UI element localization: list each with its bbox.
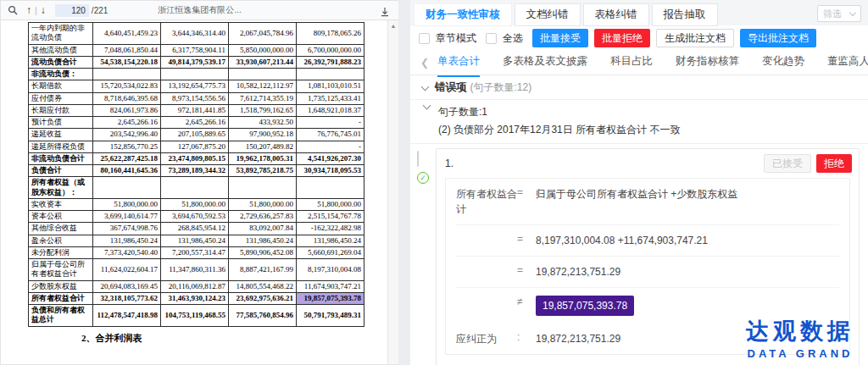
table-row: 其他流动负债7,048,061,850.446,317,758,904.115,… <box>29 44 364 56</box>
table-row: 实收资本51,800,000.0051,800,000.0051,800,000… <box>29 198 364 210</box>
subtabs-scroll-left-icon[interactable]: ❮ <box>420 57 429 69</box>
card-gutter: ✓ <box>417 148 436 365</box>
filter-dropdown[interactable]: 筛选 <box>817 5 861 22</box>
value-cell: 14,805,554,468.22 <box>229 280 297 292</box>
value-cell: 51,800,000.00 <box>161 198 229 210</box>
chevron-down-icon <box>849 8 856 15</box>
value-cell: 80,160,441,645.36 <box>93 165 161 177</box>
reject-button[interactable]: 拒绝 <box>816 154 852 173</box>
tab-2[interactable]: 表格纠错 <box>583 3 649 26</box>
document-scrollbar[interactable]: ▲ <box>387 20 398 364</box>
subtabs-bar: ❮ 单表合计多表格及表文披露科目占比财务指标核算变化趋势董监高人员变动披露 <box>410 51 868 75</box>
formula-expression: 19,872,213,751.29 <box>536 264 620 279</box>
value-cell: 19,962,178,005.31 <box>229 152 297 164</box>
value-cell: 20,116,069,812.87 <box>161 280 229 292</box>
value-cell: 367,674,998.76 <box>93 223 161 235</box>
page-total-label: /221 <box>92 6 108 15</box>
scroll-up-icon[interactable]: ▲ <box>388 20 398 29</box>
value-cell: 32,318,105,773.62 <box>93 292 161 304</box>
chevron-down-icon <box>423 102 431 110</box>
value-cell: 1,518,799,162.65 <box>229 104 297 116</box>
correction-label: 应纠正为 <box>456 331 517 346</box>
download-icon[interactable] <box>380 5 390 20</box>
value-cell: 131,986,450.24 <box>229 235 297 246</box>
value-cell: 1,735,125,433.41 <box>297 92 364 104</box>
error-card-region: ✓ 1. 已接受 拒绝 所有者权益合计=归属于母公司所有者权益合计 +少数股东权… <box>410 143 868 365</box>
accepted-button[interactable]: 已接受 <box>764 154 811 173</box>
row-label: 其他流动负债 <box>29 44 93 56</box>
generate-annotated-doc-button[interactable]: 生成批注文档 <box>656 29 734 47</box>
value-cell: 8,197,310,004.08 <box>297 259 364 281</box>
value-cell: 51,800,000.00 <box>297 198 364 210</box>
row-label: 非流动负债合计 <box>29 152 93 164</box>
value-cell: 150,207,489.82 <box>229 141 297 152</box>
table-row: 负债和所有者权益总计112,478,547,418.98104,753,119,… <box>29 305 364 327</box>
review-panel: 财务一致性审核文档纠错表格纠错报告抽取 筛选 章节模式 全选 批量接受 批量拒绝… <box>410 0 868 365</box>
error-detail-card: 1. 已接受 拒绝 所有者权益合计=归属于母公司所有者权益合计 +少数股东权益=… <box>436 148 860 365</box>
value-cell: 7,048,061,850.44 <box>93 44 161 56</box>
value-cell: 20,694,083,169.45 <box>93 280 161 292</box>
card-header: 1. 已接受 拒绝 <box>437 149 859 176</box>
value-cell: 152,856,770.25 <box>93 141 161 152</box>
viewer-toolbar: ↑ | ↓ /221 浙江恒逸集团有限公... <box>1 1 398 20</box>
error-section-count: (句子数量:12) <box>470 80 532 95</box>
chevron-down-icon <box>421 82 430 91</box>
row-label: 盈余公积 <box>29 235 93 246</box>
value-cell: 8,887,421,167.99 <box>229 259 297 281</box>
error-group-header[interactable]: 句子数量:1 (2) 负债部分 2017年12月31日 所有者权益合计 不一致 <box>410 99 868 143</box>
value-cell: 7,373,420,540.40 <box>93 246 161 258</box>
subtab-4[interactable]: 变化趋势 <box>762 49 804 77</box>
value-cell: 131,986,450.24 <box>93 235 161 246</box>
zoom-search-icon[interactable] <box>8 5 18 15</box>
tab-3[interactable]: 报告抽取 <box>652 3 718 26</box>
formula-operator: = <box>517 233 536 245</box>
export-annotated-doc-button[interactable]: 导出批注文档 <box>740 29 816 47</box>
value-cell: 4,541,926,207.30 <box>297 152 364 164</box>
row-label: 长期借款 <box>29 80 93 92</box>
correction-value: 19,872,213,751.29 <box>536 331 620 346</box>
formula-row: =19,872,213,751.29 <box>456 257 839 288</box>
batch-accept-button[interactable]: 批量接受 <box>532 29 588 47</box>
table-row: 长期借款15,720,534,022.8313,192,654,775.7310… <box>29 80 364 92</box>
page-down-icon[interactable]: ↓ <box>41 4 46 16</box>
select-all-checkbox[interactable] <box>486 33 497 44</box>
value-cell: -162,322,482.98 <box>297 223 364 235</box>
tab-0[interactable]: 财务一致性审核 <box>414 3 512 26</box>
formula-operator: ≠ <box>517 296 536 307</box>
subtab-0[interactable]: 单表合计 <box>437 49 480 77</box>
formula-row: =8,197,310,004.08 +11,674,903,747.21 <box>456 225 839 257</box>
highlighted-cell: 19,857,075,393.78 <box>297 292 364 304</box>
value-cell: 54,538,154,220.18 <box>93 56 161 68</box>
chapter-mode-checkbox[interactable] <box>419 33 430 44</box>
mismatch-value-badge: 19,857,075,393.78 <box>536 296 634 316</box>
value-cell <box>161 69 229 80</box>
table-row: 递延所得税负债152,856,770.25127,067,875.20150,2… <box>29 141 364 152</box>
value-cell: 824,061,973.86 <box>93 104 161 116</box>
error-section-header[interactable]: 错误项 (句子数量:12) <box>410 75 868 99</box>
batch-reject-button[interactable]: 批量拒绝 <box>594 29 650 47</box>
subtab-2[interactable]: 科目占比 <box>610 49 653 77</box>
formula-row: 所有者权益合计=归属于母公司所有者权益合计 +少数股东权益 <box>456 179 839 225</box>
item-checkbox[interactable] <box>417 151 419 167</box>
main-tabs-bar: 财务一致性审核文档纠错表格纠错报告抽取 筛选 <box>410 0 868 25</box>
page-number-input[interactable] <box>55 4 89 17</box>
subtab-5[interactable]: 董监高人员 <box>827 49 868 77</box>
table-row: 长期应付款824,061,973.86972,181,441.851,518,7… <box>29 104 364 116</box>
value-cell: 5,850,000,000.00 <box>229 44 297 56</box>
page-up-icon[interactable]: ↑ <box>26 4 31 16</box>
value-cell <box>161 177 229 199</box>
subtab-1[interactable]: 多表格及表文披露 <box>503 49 587 77</box>
value-cell: 3,694,670,592.53 <box>161 211 229 223</box>
value-cell: - <box>297 117 364 129</box>
row-label: 其他综合收益 <box>29 223 93 235</box>
row-label: 长期应付款 <box>29 104 93 116</box>
tab-1[interactable]: 文档纠错 <box>515 3 581 26</box>
value-cell: 8,973,154,556.56 <box>161 92 229 104</box>
value-cell: 6,317,758,904.11 <box>161 44 229 56</box>
value-cell: 15,720,534,022.83 <box>93 80 161 92</box>
value-cell: 33,930,607,213.44 <box>229 56 297 68</box>
subtab-3[interactable]: 财务指标核算 <box>676 49 739 77</box>
table-row: 资本公积3,699,140,614.773,694,670,592.532,72… <box>29 211 364 223</box>
value-cell: 972,181,441.85 <box>161 104 229 116</box>
value-cell: 7,200,557,314.47 <box>161 246 229 258</box>
